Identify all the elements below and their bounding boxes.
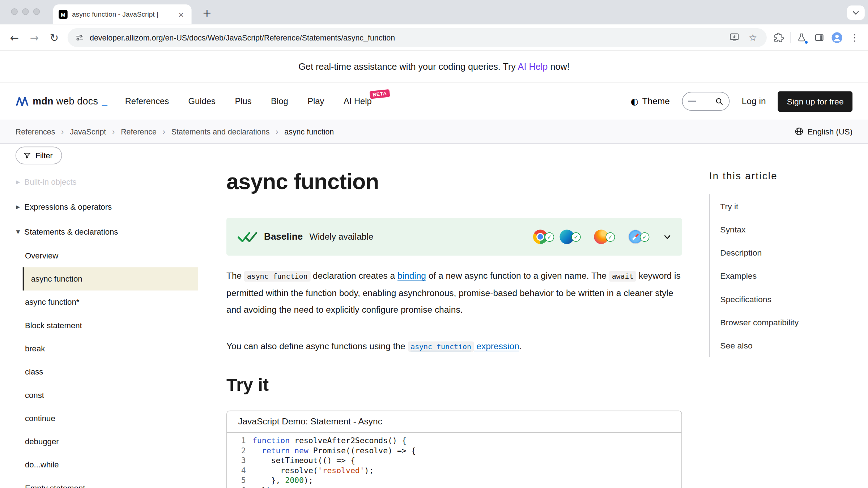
nav-item-ai-help[interactable]: AI HelpBETA [344,96,372,106]
theme-icon: ◐ [630,96,638,107]
browser-tab[interactable]: M async function - JavaScript | × [53,4,192,24]
logo-cursor: _ [102,95,107,107]
demo-editor[interactable]: 123456 function resolveAfter2Seconds() {… [227,433,682,488]
reload-button[interactable]: ↻ [44,28,64,47]
content-area: Filter ▶ Built-in objects ▶ Expressions … [0,144,868,488]
sidebar-item-async-function-star[interactable]: async function* [16,291,198,314]
breadcrumb-current: async function [284,127,334,136]
sidebar-item-debugger[interactable]: debugger [16,430,198,453]
browser-support-row: ✓ ✓ ✓ ✓ [533,230,671,244]
browser-toolbar: ← → ↻ developer.allizom.org/en-US/docs/W… [0,24,868,51]
sidebar-item-empty-statement[interactable]: Empty statement [16,476,198,488]
side-panel-button[interactable] [810,29,828,46]
toc-item-browser-compatibility[interactable]: Browser compatibility [720,311,854,334]
sidebar-section-built-in-objects[interactable]: ▶ Built-in objects [16,169,198,194]
binding-link[interactable]: binding [397,271,426,281]
nav-item-guides[interactable]: Guides [188,96,216,106]
breadcrumb-statements[interactable]: Statements and declarations [171,127,270,136]
sidebar-item-break[interactable]: break [16,337,198,360]
language-label: English (US) [808,127,853,136]
signup-button[interactable]: Sign up for free [778,91,852,112]
article: async function Baseline Widely available… [226,144,682,488]
menu-button[interactable]: ⋮ [846,29,864,46]
window-controls [11,8,40,15]
check-badge-icon: ✓ [545,232,554,241]
sidebar-section-expressions-operators[interactable]: ▶ Expressions & operators [16,194,198,219]
nav-item-plus[interactable]: Plus [235,96,251,106]
second-paragraph: You can also define async functions usin… [226,338,682,355]
sidebar-section-statements-declarations[interactable]: ▼ Statements & declarations [16,219,198,244]
experiments-button[interactable] [793,29,810,46]
baseline-status: Widely available [310,232,374,242]
profile-avatar-button[interactable] [828,29,846,46]
paragraph-text: of a new async function to a given name.… [426,271,609,281]
collapsed-triangle-icon: ▶ [16,204,20,209]
breadcrumb-separator: › [276,127,278,136]
ai-help-link[interactable]: AI Help [518,61,548,72]
extensions-button[interactable] [770,29,788,46]
sidebar-item-const[interactable]: const [16,384,198,407]
toc-item-specifications[interactable]: Specifications [720,287,854,310]
mdn-logo[interactable]: mdn web docs _ [16,95,107,107]
nav-item-play[interactable]: Play [307,96,324,106]
tab-search-button[interactable] [847,5,865,20]
promo-text-after: now! [548,61,569,72]
zoom-window-button[interactable] [33,8,40,15]
sidebar-item-block-statement[interactable]: Block statement [16,314,198,337]
toc-item-see-also[interactable]: See also [720,334,854,357]
baseline-banner: Baseline Widely available ✓ ✓ ✓ [226,218,682,256]
tab-close-button[interactable]: × [176,10,186,18]
minimize-window-button[interactable] [22,8,29,15]
baseline-expand-button[interactable] [664,234,671,239]
toc-item-syntax[interactable]: Syntax [720,218,854,241]
close-window-button[interactable] [11,8,18,15]
nav-item-ai-help-label: AI Help [344,96,372,106]
firefox-support: ✓ [594,230,615,244]
async-function-expression-link[interactable]: async function expression [408,341,519,351]
language-button[interactable]: English (US) [794,127,852,136]
paragraph-text: . [519,341,522,351]
bookmark-star-button[interactable]: ☆ [747,31,759,43]
breadcrumb-reference[interactable]: Reference [121,127,157,136]
breadcrumb-javascript[interactable]: JavaScript [70,127,106,136]
logo-text-webdocs: web docs [54,95,98,107]
new-tab-button[interactable]: + [199,5,215,21]
sidebar-section-label: Built-in objects [24,177,76,186]
paragraph-text: declaration creates a [310,271,397,281]
nav-item-blog[interactable]: Blog [271,96,288,106]
install-app-button[interactable] [728,31,740,43]
back-button[interactable]: ← [4,28,24,47]
sidebar-item-class[interactable]: class [16,360,198,383]
baseline-label: Baseline [264,231,303,243]
tab-strip: M async function - JavaScript | × + [0,0,868,24]
login-link[interactable]: Log in [742,96,766,106]
intro-paragraph: The async function declaration creates a… [226,268,682,318]
omnibox[interactable]: developer.allizom.org/en-US/docs/Web/Jav… [68,28,767,47]
demo-line-numbers: 123456 [227,436,246,488]
sidebar-item-async-function[interactable]: async function [23,267,198,290]
logo-text-mdn: mdn [33,95,53,107]
sidebar: Filter ▶ Built-in objects ▶ Expressions … [16,147,198,488]
filter-button[interactable]: Filter [16,147,62,164]
site-info-icon[interactable] [75,33,84,42]
browser-window: M async function - JavaScript | × + ← → … [0,0,868,488]
search-input[interactable] [682,92,729,111]
search-icon[interactable] [715,97,723,106]
toc-item-try-it[interactable]: Try it [720,194,854,217]
beta-badge: BETA [369,89,390,99]
url-text[interactable]: developer.allizom.org/en-US/docs/Web/Jav… [90,33,722,42]
promo-banner: Get real-time assistance with your codin… [0,51,868,83]
site-header: mdn web docs _ References Guides Plus Bl… [0,83,868,120]
search-cursor [688,101,695,102]
sidebar-item-continue[interactable]: continue [16,407,198,430]
toc-item-examples[interactable]: Examples [720,264,854,287]
nav-item-references[interactable]: References [125,96,169,106]
breadcrumb-references[interactable]: References [16,127,55,136]
sidebar-item-do-while[interactable]: do...while [16,453,198,476]
theme-button[interactable]: ◐ Theme [630,96,669,107]
toc-item-description[interactable]: Description [720,241,854,264]
demo-code[interactable]: function resolveAfter2Seconds() { return… [246,436,416,488]
sidebar-item-overview[interactable]: Overview [16,244,198,267]
side-panel-icon [814,33,825,43]
forward-button[interactable]: → [24,28,44,47]
